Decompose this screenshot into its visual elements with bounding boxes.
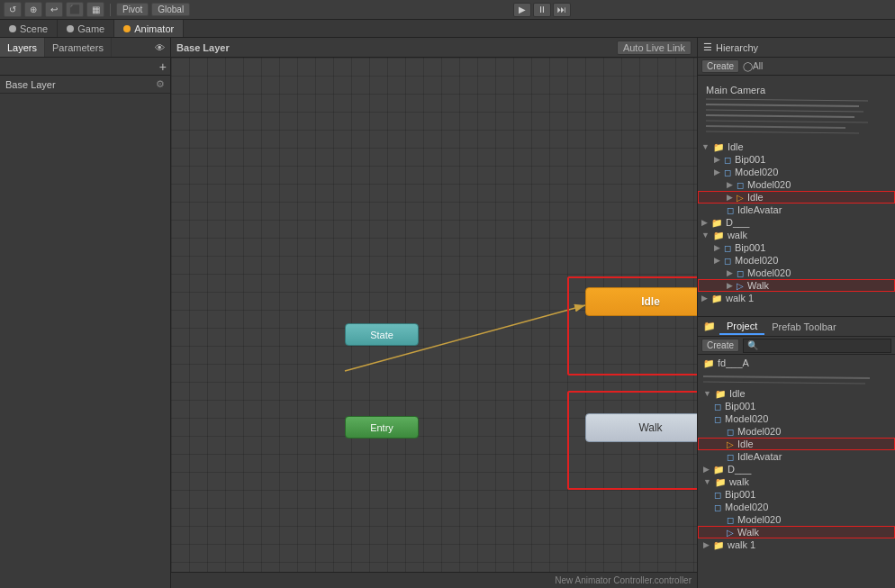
proj-item-model020-2[interactable]: ◻ Model020 — [698, 425, 895, 438]
auto-live-link-button[interactable]: Auto Live Link — [617, 41, 692, 55]
hier-item-d-folder[interactable]: ▶ 📁 D___ — [698, 216, 895, 229]
proj-item-d-folder[interactable]: ▶ 📁 D___ — [698, 463, 895, 475]
hier-d-label: D___ — [726, 217, 749, 228]
proj-item-model020-3[interactable]: ◻ Model020 — [698, 501, 895, 513]
hierarchy-create-button[interactable]: Create — [701, 59, 739, 73]
object-icon-m2: ◻ — [737, 180, 744, 190]
tab-animator[interactable]: Animator — [114, 20, 184, 37]
svg-line-4 — [706, 110, 863, 112]
hier-item-bip001-2[interactable]: ▶ ◻ Bip001 — [698, 241, 895, 254]
window-tabs-row: Scene Game Animator — [0, 20, 895, 38]
hier-item-walk1[interactable]: ▶ 📁 walk 1 — [698, 292, 895, 304]
pivot-button[interactable]: Pivot — [116, 3, 149, 16]
hier-item-idle-folder[interactable]: ▼ 📁 Idle — [698, 140, 895, 153]
animator-title: Base Layer — [176, 42, 230, 53]
proj-item-bip001-1[interactable]: ◻ Bip001 — [698, 400, 895, 412]
hier-arrow-m1: ▶ — [714, 167, 720, 176]
hierarchy-all-btn[interactable]: ◯All — [743, 61, 763, 71]
left-panel: Layers Parameters 👁 + Base Layer ⚙ — [0, 38, 171, 588]
proj-d-label: D___ — [728, 464, 751, 475]
hier-idle-obj-label: Idle — [747, 192, 764, 203]
object-icon-bip1: ◻ — [724, 155, 731, 165]
proj-item-model020-4[interactable]: ◻ Model020 — [698, 513, 895, 526]
project-actions: Create — [698, 337, 895, 355]
panel-tabs: Layers Parameters 👁 — [0, 38, 170, 58]
state-node-walk[interactable]: Walk — [585, 413, 697, 442]
play-controls: ▶ ⏸ ⏭ — [513, 3, 571, 17]
proj-item-bip001-2[interactable]: ◻ Bip001 — [698, 488, 895, 501]
hier-item-idle-obj[interactable]: ▶ ▷ Idle — [698, 191, 895, 204]
proj-idleavatar-label: IdleAvatar — [737, 451, 782, 462]
state-node-idle[interactable]: Idle — [585, 287, 697, 316]
proj-folder-walk: 📁 — [715, 477, 726, 487]
global-button[interactable]: Global — [151, 3, 190, 16]
proj-item-idle-folder[interactable]: ▼ 📁 Idle — [698, 387, 895, 400]
pause-button[interactable]: ⏸ — [533, 3, 551, 17]
proj-item-idleavatar[interactable]: ◻ IdleAvatar — [698, 450, 895, 463]
hierarchy-preview: Main Camera — [698, 77, 895, 140]
tab-prefab-toolbar[interactable]: Prefab Toolbar — [764, 320, 843, 334]
hierarchy-header: ☰ Hierarchy — [698, 38, 895, 58]
hier-item-walk-folder[interactable]: ▼ 📁 walk — [698, 229, 895, 241]
proj-item-walk-obj[interactable]: ▷ Walk — [698, 526, 895, 538]
proj-item-idle-obj[interactable]: ▷ Idle — [698, 438, 895, 450]
hier-item-walk-obj[interactable]: ▶ ▷ Walk — [698, 279, 895, 292]
proj-model020-4-label: Model020 — [737, 514, 781, 525]
state-node-entry[interactable]: Entry — [345, 416, 419, 439]
project-search-input[interactable] — [743, 339, 891, 353]
hier-arrow-walk1: ▶ — [701, 294, 708, 303]
base-layer-item[interactable]: Base Layer ⚙ — [0, 76, 170, 94]
proj-walk-folder-label: walk — [729, 476, 749, 487]
toolbar-btn-1[interactable]: ↺ — [4, 2, 22, 17]
state-node-custom[interactable]: State — [345, 323, 419, 346]
hier-walk1-label: walk 1 — [726, 293, 754, 303]
hier-arrow-bip1: ▶ — [714, 155, 720, 164]
middle-area: Base Layer Auto Live Link State — [171, 38, 697, 588]
hier-item-model020-3[interactable]: ▶ ◻ Model020 — [698, 254, 895, 267]
toolbar-btn-2[interactable]: ⊕ — [24, 2, 42, 17]
proj-icon-bip1: ◻ — [714, 402, 721, 412]
top-toolbar: ↺ ⊕ ↩ ⬛ ▦ Pivot Global ▶ ⏸ ⏭ — [0, 0, 895, 20]
toolbar-btn-5[interactable]: ▦ — [86, 2, 104, 17]
object-icon-m1: ◻ — [724, 167, 731, 177]
hier-bip001-label-2: Bip001 — [735, 242, 765, 253]
hier-item-model020-2[interactable]: ▶ ◻ Model020 — [698, 178, 895, 191]
proj-walk-obj-label: Walk — [737, 527, 759, 538]
step-button[interactable]: ⏭ — [553, 3, 571, 17]
proj-scribble-svg — [703, 371, 874, 387]
toolbar-btn-4[interactable]: ⬛ — [66, 2, 84, 17]
project-icon: 📁 — [703, 321, 716, 332]
tab-scene[interactable]: Scene — [0, 20, 58, 37]
hierarchy-section: ☰ Hierarchy Create ◯All Main Camera — [698, 38, 895, 317]
animator-canvas[interactable]: State Entry Idle Walk — [171, 58, 697, 572]
proj-item-walk1[interactable]: ▶ 📁 walk 1 — [698, 538, 895, 551]
proj-icon-bip2: ◻ — [714, 490, 721, 500]
hier-item-model020-4[interactable]: ▶ ◻ Model020 — [698, 267, 895, 279]
proj-arrow-idle: ▼ — [703, 389, 711, 398]
proj-item-fda[interactable]: 📁 fd___A — [698, 357, 895, 369]
proj-item-walk-folder[interactable]: ▼ 📁 walk — [698, 475, 895, 488]
animator-dot — [123, 25, 131, 32]
proj-arrow-walk1: ▶ — [703, 540, 710, 549]
proj-fda-label: fd___A — [718, 357, 749, 368]
add-layer-button[interactable]: + — [159, 59, 167, 74]
project-create-button[interactable]: Create — [701, 339, 739, 352]
scribble-svg: Main Camera — [701, 81, 872, 140]
proj-icon-m4: ◻ — [727, 515, 734, 525]
toolbar-btn-3[interactable]: ↩ — [45, 2, 63, 17]
tab-parameters[interactable]: Parameters — [45, 38, 112, 57]
hier-item-model020-1[interactable]: ▶ ◻ Model020 — [698, 166, 895, 178]
proj-model020-3-label: Model020 — [725, 502, 768, 512]
proj-item-model020-1[interactable]: ◻ Model020 — [698, 412, 895, 425]
tab-project[interactable]: Project — [719, 319, 764, 335]
hier-walk-obj-label: Walk — [747, 280, 769, 291]
play-button[interactable]: ▶ — [513, 3, 531, 17]
tab-game[interactable]: Game — [58, 20, 114, 37]
state-label: State — [370, 330, 393, 340]
eye-icon[interactable]: 👁 — [149, 41, 170, 55]
hier-item-bip001-1[interactable]: ▶ ◻ Bip001 — [698, 153, 895, 166]
tab-layers[interactable]: Layers — [0, 38, 45, 57]
proj-folder-fda: 📁 — [703, 358, 714, 368]
hier-item-idleavatar[interactable]: ◻ IdleAvatar — [698, 204, 895, 216]
proj-bip001-1-label: Bip001 — [725, 401, 755, 412]
